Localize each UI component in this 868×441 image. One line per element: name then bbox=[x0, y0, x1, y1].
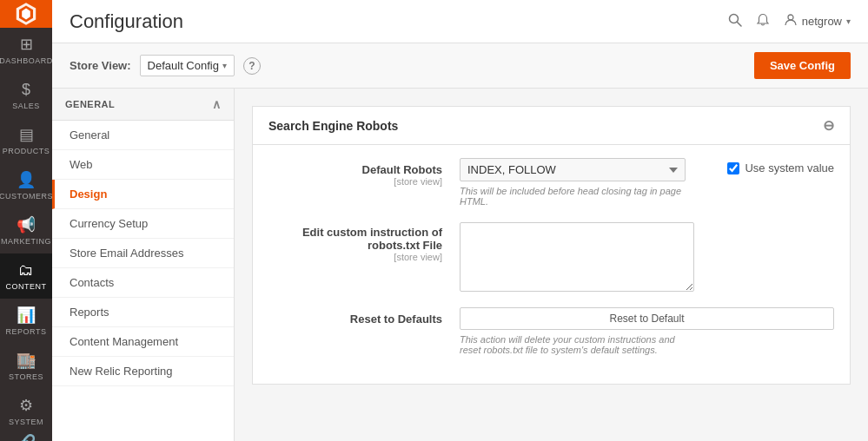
system-icon: ⚙ bbox=[19, 396, 33, 415]
store-view-chevron-icon: ▾ bbox=[222, 61, 227, 70]
left-nav-item-web[interactable]: Web bbox=[52, 150, 234, 180]
sidebar-item-content[interactable]: 🗂 CoNtENT bbox=[0, 253, 52, 299]
customers-icon: 👤 bbox=[17, 170, 36, 189]
sidebar-item-label: PRODUCTS bbox=[3, 147, 50, 156]
left-nav-item-design[interactable]: Design bbox=[52, 180, 234, 209]
svg-line-1 bbox=[737, 22, 741, 26]
config-row-reset: Reset to Defaults Reset to Default This … bbox=[268, 307, 834, 355]
save-config-button[interactable]: Save Config bbox=[754, 52, 851, 79]
default-robots-select[interactable]: INDEX, FOLLOW NOINDEX, NOFOLLOW NOINDEX,… bbox=[460, 158, 686, 181]
dashboard-icon: ⊞ bbox=[20, 35, 33, 54]
sidebar-item-label: SYSTEM bbox=[9, 418, 43, 427]
config-row-edit-custom: Edit custom instruction of robots.txt Fi… bbox=[268, 222, 834, 292]
user-menu[interactable]: netgrow ▾ bbox=[784, 13, 851, 30]
sidebar-item-label: SALES bbox=[12, 102, 40, 111]
content-icon: 🗂 bbox=[18, 261, 34, 280]
main-area: Configuration bbox=[52, 0, 868, 441]
sidebar-item-stores[interactable]: 🏬 STORES bbox=[0, 344, 52, 389]
search-icon[interactable] bbox=[728, 13, 742, 30]
default-robots-sub-label: [store view] bbox=[268, 176, 442, 187]
sidebar-item-system[interactable]: ⚙ SYSTEM bbox=[0, 389, 52, 434]
default-robots-hint: This will be included before head closin… bbox=[460, 186, 710, 207]
reports-icon: 📊 bbox=[17, 306, 36, 325]
user-chevron-icon: ▾ bbox=[846, 16, 851, 26]
left-nav: GENERAL ∧ General Web Design Currency Se… bbox=[52, 89, 235, 441]
reset-main-label: Reset to Defaults bbox=[268, 313, 442, 326]
config-row-default-robots: Default Robots [store view] INDEX, FOLLO… bbox=[268, 158, 834, 207]
sidebar-item-find[interactable]: 🔗 FIND PARTNERS & EXTENSIONS bbox=[0, 434, 52, 441]
use-system-value-label[interactable]: Use system value bbox=[727, 161, 834, 174]
sidebar-logo[interactable] bbox=[0, 0, 52, 28]
sidebar-item-label: DASHBOARD bbox=[0, 56, 52, 66]
edit-custom-content bbox=[460, 222, 834, 292]
find-icon: 🔗 bbox=[17, 433, 36, 441]
section-collapse-icon: ∧ bbox=[212, 97, 222, 111]
sidebar-item-marketing[interactable]: 📢 MARKETING bbox=[0, 208, 52, 253]
sidebar-item-label: CoNtENT bbox=[6, 282, 47, 292]
config-section-title: Search Engine Robots bbox=[268, 119, 398, 133]
default-robots-main-label: Default Robots bbox=[268, 163, 442, 176]
left-nav-item-reports[interactable]: Reports bbox=[52, 298, 234, 327]
left-nav-item-general[interactable]: General bbox=[52, 121, 234, 150]
left-nav-section-header[interactable]: GENERAL ∧ bbox=[52, 89, 234, 121]
left-nav-item-currency-setup[interactable]: Currency Setup bbox=[52, 209, 234, 239]
bell-icon[interactable] bbox=[756, 13, 770, 30]
left-nav-item-contacts[interactable]: Contacts bbox=[52, 268, 234, 298]
stores-icon: 🏬 bbox=[17, 351, 36, 370]
reset-content: Reset to Default This action will delete… bbox=[460, 307, 834, 355]
left-nav-item-content-mgmt[interactable]: Content Management bbox=[52, 327, 234, 357]
reset-hint: This action will delete your custom inst… bbox=[460, 334, 686, 355]
user-icon bbox=[784, 13, 798, 30]
content-area: GENERAL ∧ General Web Design Currency Se… bbox=[52, 89, 868, 441]
store-view-select[interactable]: Default Config ▾ bbox=[140, 55, 235, 76]
default-robots-right: Use system value bbox=[727, 158, 834, 174]
sidebar-item-products[interactable]: ▤ PRODUCTS bbox=[0, 118, 52, 163]
sales-icon: $ bbox=[22, 81, 30, 99]
reset-to-default-button[interactable]: Reset to Default bbox=[460, 307, 834, 330]
products-icon: ▤ bbox=[19, 125, 34, 144]
use-system-value-checkbox[interactable] bbox=[727, 162, 739, 174]
section-collapse-icon[interactable]: ⊖ bbox=[823, 117, 834, 134]
sidebar-item-reports[interactable]: 📊 REPORTS bbox=[0, 299, 52, 344]
config-section-content: Default Robots [store view] INDEX, FOLLO… bbox=[253, 145, 850, 384]
edit-custom-main-label: Edit custom instruction of robots.txt Fi… bbox=[268, 226, 442, 252]
left-nav-item-store-email[interactable]: Store Email Addresses bbox=[52, 239, 234, 268]
sidebar-item-label: STORES bbox=[9, 372, 43, 382]
config-section-header: Search Engine Robots ⊖ bbox=[253, 107, 850, 145]
sidebar-item-sales[interactable]: $ SALES bbox=[0, 73, 52, 118]
reset-label: Reset to Defaults bbox=[268, 307, 442, 326]
svg-point-2 bbox=[788, 15, 793, 20]
sidebar-item-customers[interactable]: 👤 CUSTOMERS bbox=[0, 163, 52, 208]
store-view-bar: Store View: Default Config ▾ ? Save Conf… bbox=[52, 43, 868, 89]
sidebar: ⊞ DASHBOARD $ SALES ▤ PRODUCTS 👤 CUSTOME… bbox=[0, 0, 52, 441]
default-robots-label: Default Robots [store view] bbox=[268, 158, 442, 187]
header-right: netgrow ▾ bbox=[728, 13, 851, 30]
sidebar-item-label: REPORTS bbox=[6, 327, 47, 337]
store-view-left: Store View: Default Config ▾ ? bbox=[70, 55, 261, 76]
edit-custom-textarea[interactable] bbox=[460, 222, 694, 292]
store-view-value: Default Config bbox=[148, 59, 219, 72]
section-header-label: GENERAL bbox=[65, 99, 115, 109]
help-icon[interactable]: ? bbox=[243, 57, 261, 75]
edit-custom-label: Edit custom instruction of robots.txt Fi… bbox=[268, 222, 442, 262]
sidebar-item-label: CUSTOMERS bbox=[0, 192, 52, 201]
use-system-value-text: Use system value bbox=[745, 161, 834, 174]
top-header: Configuration bbox=[52, 0, 868, 43]
user-name: netgrow bbox=[802, 15, 842, 28]
sidebar-item-dashboard[interactable]: ⊞ DASHBOARD bbox=[0, 28, 52, 73]
sidebar-item-label: MARKETING bbox=[1, 237, 51, 247]
default-robots-content: INDEX, FOLLOW NOINDEX, NOFOLLOW NOINDEX,… bbox=[460, 158, 710, 207]
config-section-robots: Search Engine Robots ⊖ Default Robots [s… bbox=[252, 106, 851, 385]
left-nav-item-new-relic[interactable]: New Relic Reporting bbox=[52, 357, 234, 386]
edit-custom-sub-label: [store view] bbox=[268, 252, 442, 262]
page-title: Configuration bbox=[70, 10, 183, 33]
store-view-label: Store View: bbox=[70, 59, 131, 72]
config-panel: Search Engine Robots ⊖ Default Robots [s… bbox=[235, 89, 868, 441]
marketing-icon: 📢 bbox=[17, 215, 36, 234]
